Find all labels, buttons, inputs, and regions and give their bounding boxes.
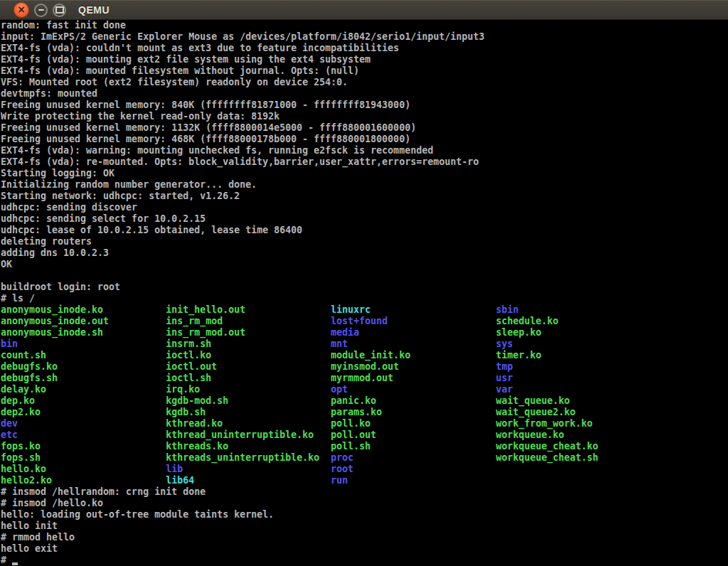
file-listing: anonymous_inode.ko anonymous_inode.out a…: [1, 304, 728, 486]
file-item: sleep.ko: [496, 327, 598, 338]
window-titlebar[interactable]: × QEMU: [0, 0, 728, 20]
file-item: lib64: [166, 475, 331, 486]
file-item: kgdb.sh: [166, 407, 331, 418]
minimize-icon: [38, 9, 44, 11]
terminal-line: EXT4-fs (vda): re-mounted. Opts: block_v…: [1, 156, 728, 168]
terminal-line: input: ImExPS/2 Generic Explorer Mouse a…: [1, 31, 728, 43]
terminal-line: random: fast init done: [1, 20, 728, 31]
file-item: root: [331, 464, 496, 475]
window-title: QEMU: [78, 4, 109, 16]
prompt-text: #: [1, 555, 12, 566]
terminal-line: OK: [1, 259, 728, 270]
file-item: dep.ko: [1, 395, 166, 407]
file-item: schedule.ko: [496, 316, 598, 327]
terminal-line: Freeing unused kernel memory: 1132K (fff…: [1, 122, 728, 134]
terminal-line: adding dns 10.0.2.3: [1, 247, 728, 259]
listing-column-3: linuxrc lost+found media mnt module_init…: [331, 304, 496, 486]
file-item: ins_rm_mod: [166, 316, 331, 327]
file-item: usr: [496, 373, 598, 384]
maximize-button[interactable]: [53, 4, 66, 17]
terminal-screen[interactable]: random: fast init done input: ImExPS/2 G…: [0, 20, 728, 566]
terminal-line: # ls /: [1, 293, 728, 304]
file-item: myinsmod.out: [331, 361, 496, 373]
text-cursor: [12, 562, 18, 565]
terminal-line: Starting network: udhcpc: started, v1.26…: [1, 191, 728, 202]
file-item: media: [331, 327, 496, 338]
file-item: anonymous_inode.out: [1, 316, 166, 327]
file-item: count.sh: [1, 350, 166, 361]
file-item: bin: [1, 338, 166, 350]
terminal-line: Initializing random number generator... …: [1, 179, 728, 191]
file-item: lib: [166, 464, 331, 475]
file-item: poll.sh: [331, 441, 496, 452]
file-item: poll.ko: [331, 418, 496, 429]
terminal-line: # insmod /hellrandom: crng init done: [1, 486, 728, 498]
listing-column-4: sbin schedule.ko sleep.ko sys timer.ko t…: [496, 304, 598, 486]
maximize-icon: [55, 6, 64, 14]
terminal-line: hello exit: [1, 543, 728, 555]
terminal-line: Write protecting the kernel read-only da…: [1, 111, 728, 122]
terminal-line: deleting routers: [1, 236, 728, 247]
file-item: kgdb-mod.sh: [166, 395, 331, 407]
file-item: mnt: [331, 338, 496, 350]
terminal-line: [1, 270, 728, 282]
file-item: dev: [1, 418, 166, 429]
terminal-line: devtmpfs: mounted: [1, 88, 728, 100]
file-item: anonymous_inode.ko: [1, 304, 166, 316]
file-item: sbin: [496, 304, 598, 316]
file-item: etc: [1, 429, 166, 441]
file-item: kthreads.ko: [166, 441, 331, 452]
terminal-line: EXT4-fs (vda): mounted filesystem withou…: [1, 65, 728, 77]
file-item: kthreads_uninterruptible.ko: [166, 452, 331, 464]
file-item: module_init.ko: [331, 350, 496, 361]
file-item: workqueue_cheat.ko: [496, 441, 598, 452]
terminal-line: EXT4-fs (vda): couldn't mount as ext3 du…: [1, 43, 728, 54]
file-item: tmp: [496, 361, 598, 373]
file-item: hello2.ko: [1, 475, 166, 486]
file-item: run: [331, 475, 496, 486]
file-item: hello.ko: [1, 464, 166, 475]
file-item: anonymous_inode.sh: [1, 327, 166, 338]
file-item: sys: [496, 338, 598, 350]
file-item: ioctl.out: [166, 361, 331, 373]
file-item: debugfs.ko: [1, 361, 166, 373]
terminal-line: udhcpc: lease of 10.0.2.15 obtained, lea…: [1, 225, 728, 236]
file-item: timer.ko: [496, 350, 598, 361]
boot-log: random: fast init done input: ImExPS/2 G…: [1, 20, 728, 304]
file-item: work_from_work.ko: [496, 418, 598, 429]
close-button[interactable]: ×: [14, 2, 29, 18]
prompt-line: #: [1, 555, 728, 566]
file-item: workqueue_cheat.sh: [496, 452, 598, 464]
file-item: wait_queue2.ko: [496, 407, 598, 418]
terminal-line: udhcpc: sending select for 10.0.2.15: [1, 213, 728, 225]
file-item: irq.ko: [166, 384, 331, 395]
listing-column-2: init_hello.out ins_rm_mod ins_rm_mod.out…: [166, 304, 331, 486]
listing-column-1: anonymous_inode.ko anonymous_inode.out a…: [1, 304, 166, 486]
terminal-line: # rmmod hello: [1, 532, 728, 543]
terminal-line: Freeing unused kernel memory: 840K (ffff…: [1, 100, 728, 111]
minimize-button[interactable]: [34, 4, 48, 17]
terminal-line: VFS: Mounted root (ext2 filesystem) read…: [1, 77, 728, 88]
file-item: dep2.ko: [1, 407, 166, 418]
shell-output: # insmod /hellrandom: crng init done # i…: [1, 486, 728, 555]
file-item: wait_queue.ko: [496, 395, 598, 407]
terminal-line: EXT4-fs (vda): mounting ext2 file system…: [1, 54, 728, 65]
file-item: fops.sh: [1, 452, 166, 464]
terminal-line: Freeing unused kernel memory: 468K (ffff…: [1, 134, 728, 145]
file-item: proc: [331, 452, 496, 464]
terminal-line: EXT4-fs (vda): warning: mounting uncheck…: [1, 145, 728, 156]
file-item: poll.out: [331, 429, 496, 441]
file-item: workqueue.ko: [496, 429, 598, 441]
file-item: linuxrc: [331, 304, 496, 316]
file-item: ioctl.sh: [166, 373, 331, 384]
file-item: init_hello.out: [166, 304, 331, 316]
terminal-line: buildroot login: root: [1, 282, 728, 293]
file-item: lost+found: [331, 316, 496, 327]
terminal-line: hello init: [1, 520, 728, 532]
file-item: myrmmod.out: [331, 373, 496, 384]
file-item: panic.ko: [331, 395, 496, 407]
close-icon: ×: [17, 4, 26, 14]
terminal-line: Starting logging: OK: [1, 168, 728, 179]
terminal-line: hello: loading out-of-tree module taints…: [1, 509, 728, 520]
file-item: kthread.ko: [166, 418, 331, 429]
